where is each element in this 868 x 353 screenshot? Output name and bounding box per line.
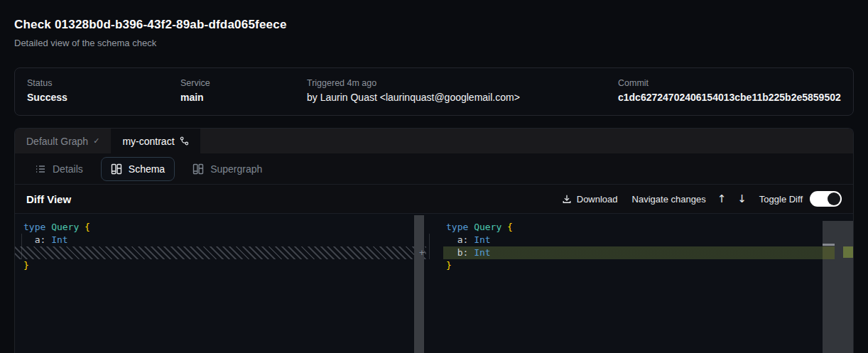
- tab-default-graph-label: Default Graph: [26, 136, 88, 147]
- panels-icon: [192, 163, 204, 175]
- download-icon: [562, 194, 572, 204]
- service-column: Service main: [180, 78, 307, 115]
- tab-my-contract-label: my-contract: [122, 136, 174, 147]
- status-label: Status: [27, 78, 180, 88]
- triggered-label: Triggered 4m ago: [307, 78, 618, 88]
- arrow-down-icon: ↓: [737, 192, 747, 205]
- diff-pane-after: type Query { a: Int b: Int}: [426, 214, 853, 353]
- schema-check-page: Check 01328b0d-b396-43f2-89ab-dfda065fee…: [0, 0, 868, 353]
- diff-view-title: Diff View: [26, 193, 71, 205]
- indent-guide: [429, 234, 430, 259]
- code-after: type Query { a: Int b: Int}: [426, 221, 853, 272]
- toggle-diff-switch[interactable]: [810, 191, 842, 207]
- diff-view-header: Diff View Download Navigate changes ↑: [15, 184, 853, 214]
- service-value: main: [180, 92, 307, 103]
- download-label: Download: [577, 194, 618, 205]
- triggered-column: Triggered 4m ago by Laurin Quast <laurin…: [307, 78, 618, 115]
- subtab-details[interactable]: Details: [26, 157, 92, 181]
- added-line-ruler-shade: [823, 246, 835, 259]
- subtab-schema[interactable]: Schema: [101, 157, 175, 181]
- commit-column: Commit c1dc62724702406154013cbe11b225b2e…: [618, 78, 853, 115]
- tab-default-graph[interactable]: Default Graph ✓: [15, 129, 111, 153]
- view-subtabs: Details Schema: [15, 153, 853, 184]
- switch-knob: [828, 192, 840, 205]
- commit-hash: c1dc62724702406154013cbe11b225b2e5859502: [618, 92, 853, 103]
- subtab-supergraph-label: Supergraph: [210, 163, 262, 175]
- navigate-changes-button[interactable]: Navigate changes: [632, 194, 706, 205]
- list-icon: [35, 163, 46, 175]
- navigate-changes-label: Navigate changes: [632, 194, 706, 205]
- next-change-button[interactable]: ↓: [737, 192, 747, 205]
- contract-fork-icon: [180, 136, 189, 146]
- previous-change-button[interactable]: ↑: [717, 192, 727, 205]
- code-line: }: [15, 259, 426, 272]
- page-title: Check 01328b0d-b396-43f2-89ab-dfda065fee…: [14, 18, 287, 32]
- check-detail-card: Default Graph ✓ my-contract: [14, 128, 854, 353]
- commit-label: Commit: [618, 78, 853, 88]
- service-label: Service: [180, 78, 307, 88]
- code-line: type Query {: [15, 221, 426, 234]
- code-line: a: Int: [15, 234, 426, 246]
- added-change-marker: [843, 246, 853, 258]
- triggered-value: by Laurin Quast <laurinquast@googlemail.…: [307, 92, 618, 103]
- code-line: b: Int: [426, 246, 853, 259]
- code-line: type Query {: [426, 221, 853, 234]
- diff-pane-before: type Query { a: Int}: [15, 214, 426, 353]
- subtab-supergraph[interactable]: Supergraph: [183, 157, 271, 181]
- check-icon: ✓: [93, 136, 99, 146]
- status-column: Status Success: [27, 78, 180, 115]
- panels-icon: [111, 163, 122, 175]
- left-pane-scrollbar[interactable]: [414, 215, 424, 353]
- schema-diff-editor: type Query { a: Int} type Query { a: Int…: [15, 214, 853, 353]
- graph-tabbar: Default Graph ✓ my-contract: [15, 129, 853, 153]
- scrollbar-thumb-tick: [823, 244, 835, 246]
- diff-added-plus-marker: +: [416, 246, 428, 259]
- tab-my-contract[interactable]: my-contract: [111, 129, 200, 153]
- page-subtitle: Detailed view of the schema check: [14, 38, 156, 48]
- download-button[interactable]: Download: [562, 194, 618, 205]
- diff-controls: Download Navigate changes ↑ ↓ Toggle Dif…: [562, 191, 842, 207]
- subtab-details-label: Details: [53, 163, 83, 175]
- toggle-diff-label: Toggle Diff: [759, 194, 803, 205]
- overview-ruler[interactable]: [823, 221, 853, 353]
- status-card: Status Success Service main Triggered 4m…: [14, 67, 854, 116]
- diff-filler-line: [15, 246, 426, 259]
- arrow-up-icon: ↑: [717, 192, 727, 205]
- code-line: }: [426, 259, 853, 272]
- subtab-schema-label: Schema: [129, 163, 165, 175]
- status-value: Success: [27, 92, 180, 103]
- code-line: a: Int: [426, 234, 853, 246]
- code-before: type Query { a: Int}: [15, 221, 426, 272]
